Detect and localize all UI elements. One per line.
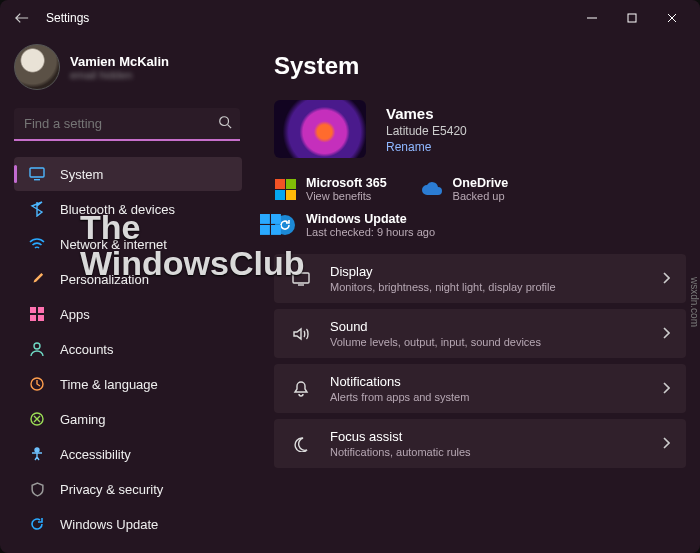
minimize-button[interactable] (572, 2, 612, 34)
status-sub: View benefits (306, 190, 387, 202)
sidebar-item-label: Gaming (60, 412, 106, 427)
card-sound[interactable]: Sound Volume levels, output, input, soun… (274, 309, 686, 358)
profile-name: Vamien McKalin (70, 54, 169, 69)
profile-block[interactable]: Vamien McKalin email hidden (14, 44, 242, 90)
nav-list: System Bluetooth & devices Network & int… (14, 157, 242, 541)
sidebar-item-gaming[interactable]: Gaming (14, 402, 242, 436)
device-model: Latitude E5420 (386, 124, 467, 138)
device-name: Vames (386, 105, 467, 122)
status-title: Windows Update (306, 212, 435, 226)
rename-link[interactable]: Rename (386, 140, 467, 154)
search-icon (218, 115, 232, 133)
maximize-button[interactable] (612, 2, 652, 34)
cloud-icon (421, 178, 443, 200)
status-onedrive[interactable]: OneDrive Backed up (421, 176, 509, 202)
sidebar-item-apps[interactable]: Apps (14, 297, 242, 331)
page-title: System (274, 52, 690, 80)
gaming-icon (28, 410, 46, 428)
device-wallpaper (274, 100, 366, 158)
bluetooth-icon (28, 200, 46, 218)
back-button[interactable] (8, 4, 36, 32)
display-icon (290, 271, 312, 287)
sidebar-item-accessibility[interactable]: Accessibility (14, 437, 242, 471)
sidebar-item-label: Accounts (60, 342, 113, 357)
card-notifications[interactable]: Notifications Alerts from apps and syste… (274, 364, 686, 413)
status-row: Microsoft 365 View benefits OneDrive Bac… (274, 176, 690, 202)
svg-rect-8 (38, 315, 44, 321)
svg-rect-6 (38, 307, 44, 313)
card-title: Display (330, 264, 556, 279)
svg-point-12 (35, 448, 39, 452)
card-sub: Notifications, automatic rules (330, 446, 471, 458)
update-icon (28, 515, 46, 533)
sidebar-item-label: Privacy & security (60, 482, 163, 497)
sidebar-item-label: Time & language (60, 377, 158, 392)
settings-cards: Display Monitors, brightness, night ligh… (274, 254, 690, 468)
status-update[interactable]: Windows Update Last checked: 9 hours ago (274, 212, 435, 238)
sidebar: Vamien McKalin email hidden System Bluet… (0, 36, 250, 553)
search-input[interactable] (14, 108, 240, 141)
profile-sub: email hidden (70, 69, 169, 81)
sidebar-item-label: Personalization (60, 272, 149, 287)
update-circle-icon (274, 214, 296, 236)
svg-rect-1 (628, 14, 636, 22)
sidebar-item-label: Bluetooth & devices (60, 202, 175, 217)
svg-rect-14 (293, 273, 309, 283)
sound-icon (290, 326, 312, 342)
sidebar-item-label: Apps (60, 307, 90, 322)
sidebar-item-accounts[interactable]: Accounts (14, 332, 242, 366)
sidebar-item-system[interactable]: System (14, 157, 242, 191)
sidebar-item-update[interactable]: Windows Update (14, 507, 242, 541)
chevron-right-icon (662, 270, 670, 288)
sidebar-item-privacy[interactable]: Privacy & security (14, 472, 242, 506)
close-button[interactable] (652, 2, 692, 34)
status-sub: Last checked: 9 hours ago (306, 226, 435, 238)
card-title: Notifications (330, 374, 469, 389)
status-title: Microsoft 365 (306, 176, 387, 190)
main-panel: System Vames Latitude E5420 Rename Micro… (250, 36, 700, 553)
card-sub: Alerts from apps and system (330, 391, 469, 403)
moon-icon (290, 436, 312, 452)
svg-rect-7 (30, 315, 36, 321)
shield-icon (28, 480, 46, 498)
search-box[interactable] (14, 108, 240, 141)
person-icon (28, 340, 46, 358)
system-icon (28, 165, 46, 183)
sidebar-item-label: Accessibility (60, 447, 131, 462)
sidebar-item-network[interactable]: Network & internet (14, 227, 242, 261)
sidebar-item-label: Windows Update (60, 517, 158, 532)
bell-icon (290, 380, 312, 398)
accessibility-icon (28, 445, 46, 463)
clock-icon (28, 375, 46, 393)
sidebar-item-bluetooth[interactable]: Bluetooth & devices (14, 192, 242, 226)
card-title: Focus assist (330, 429, 471, 444)
sidebar-item-label: System (60, 167, 103, 182)
m365-icon (274, 178, 296, 200)
status-m365[interactable]: Microsoft 365 View benefits (274, 176, 387, 202)
card-display[interactable]: Display Monitors, brightness, night ligh… (274, 254, 686, 303)
wifi-icon (28, 235, 46, 253)
settings-window: Settings Vamien McKalin email hidden (0, 0, 700, 553)
sidebar-item-label: Network & internet (60, 237, 167, 252)
card-focus-assist[interactable]: Focus assist Notifications, automatic ru… (274, 419, 686, 468)
svg-point-13 (275, 215, 295, 235)
chevron-right-icon (662, 325, 670, 343)
card-title: Sound (330, 319, 541, 334)
sidebar-item-personalization[interactable]: Personalization (14, 262, 242, 296)
apps-icon (28, 305, 46, 323)
card-sub: Volume levels, output, input, sound devi… (330, 336, 541, 348)
status-sub: Backed up (453, 190, 509, 202)
avatar (14, 44, 60, 90)
card-sub: Monitors, brightness, night light, displ… (330, 281, 556, 293)
svg-rect-3 (30, 168, 44, 177)
sidebar-item-time[interactable]: Time & language (14, 367, 242, 401)
brush-icon (28, 270, 46, 288)
status-title: OneDrive (453, 176, 509, 190)
svg-rect-5 (30, 307, 36, 313)
chevron-right-icon (662, 380, 670, 398)
window-title: Settings (46, 11, 89, 25)
svg-point-2 (220, 117, 229, 126)
device-block: Vames Latitude E5420 Rename (274, 100, 690, 158)
chevron-right-icon (662, 435, 670, 453)
svg-rect-4 (34, 179, 40, 180)
